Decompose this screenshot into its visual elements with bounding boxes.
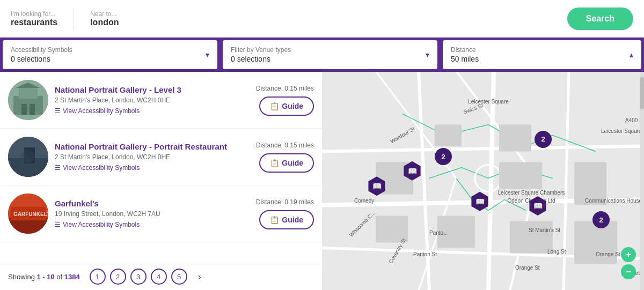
result-address-1: 2 St Martin's Place, London, WC2H 0HE <box>55 96 250 104</box>
accessibility-filter[interactable]: Accessibility Symbols 0 selections ▾ <box>3 40 217 69</box>
result-image-2 <box>8 137 48 177</box>
result-right-1: Distance: 0.15 miles 📋 Guide <box>256 85 314 116</box>
guide-icon-1: 📋 <box>270 102 279 110</box>
marker-book-icon-4: 📖 <box>533 202 543 210</box>
result-distance-2: Distance: 0.15 miles <box>256 142 314 149</box>
search-button[interactable]: Search <box>567 8 633 30</box>
svg-text:Leicester Square: Leicester Square <box>468 99 509 105</box>
svg-rect-34 <box>574 221 617 264</box>
svg-rect-26 <box>435 125 462 146</box>
svg-text:Panton St: Panton St <box>413 251 437 257</box>
result-image-3: GARFUNKEL'S <box>8 194 48 234</box>
list-icon-1: ☰ <box>55 107 61 115</box>
svg-rect-32 <box>510 221 553 254</box>
svg-text:Communications House: Communications House <box>585 198 642 204</box>
result-info-2: National Portrait Gallery - Portrait Res… <box>55 142 250 172</box>
accessibility-link-2[interactable]: ☰ View Accessibility Symbols <box>55 164 250 172</box>
result-distance-1: Distance: 0.15 miles <box>256 85 314 92</box>
svg-text:A400: A400 <box>625 117 638 123</box>
distance-filter[interactable]: Distance 50 miles ▴ <box>443 40 641 69</box>
distance-filter-label: Distance <box>451 46 479 54</box>
result-image-1 <box>8 80 48 120</box>
accessibility-filter-content: Accessibility Symbols 0 selections <box>11 46 72 63</box>
table-row: GARFUNKEL'S Garfunkel's 19 Irving Street… <box>0 185 322 242</box>
distance-filter-value: 50 miles <box>451 55 479 63</box>
result-name-1: National Portrait Gallery - Level 3 <box>55 85 250 94</box>
map-cluster-2[interactable]: 2 <box>535 131 552 148</box>
cluster-count-3: 2 <box>599 216 603 224</box>
near-to-label: Near to... <box>90 10 119 18</box>
page-button-5[interactable]: 5 <box>171 269 187 285</box>
result-info-3: Garfunkel's 19 Irving Street, London, WC… <box>55 199 250 228</box>
svg-text:Orange St: Orange St <box>596 251 620 257</box>
chevron-down-icon-venue: ▾ <box>426 50 429 59</box>
guide-icon-3: 📋 <box>270 215 279 224</box>
guide-button-2[interactable]: 📋 Guide <box>259 153 314 173</box>
marker-book-icon-1: 📖 <box>372 182 382 190</box>
scrollbar-thumb <box>640 77 644 109</box>
marker-book-icon-2: 📖 <box>408 167 417 175</box>
svg-text:Leicester Square: Leicester Square <box>601 128 642 134</box>
near-to-value: london <box>90 18 119 27</box>
distance-filter-content: Distance 50 miles <box>451 46 479 63</box>
chevron-down-icon: ▾ <box>206 50 209 59</box>
map-scrollbar <box>640 72 644 290</box>
filter-bar: Accessibility Symbols 0 selections ▾ Fil… <box>0 38 644 72</box>
page-button-2[interactable]: 2 <box>110 269 126 285</box>
looking-for-field[interactable]: I'm looking for... restaurants <box>11 10 57 27</box>
accessibility-filter-label: Accessibility Symbols <box>11 46 72 54</box>
page-button-4[interactable]: 4 <box>151 269 167 285</box>
results-list: National Portrait Gallery - Level 3 2 St… <box>0 72 322 263</box>
accessibility-link-text-1: View Accessibility Symbols <box>63 107 140 115</box>
svg-rect-3 <box>21 104 27 115</box>
table-row: National Portrait Gallery - Level 3 2 St… <box>0 72 322 129</box>
marker-book-icon-3: 📖 <box>475 197 485 206</box>
page-button-1[interactable]: 1 <box>90 269 106 285</box>
near-to-field[interactable]: Near to... london <box>90 10 119 27</box>
page-button-3[interactable]: 3 <box>130 269 147 285</box>
svg-text:Comedy: Comedy <box>354 198 374 204</box>
svg-text:GARFUNKEL'S: GARFUNKEL'S <box>13 211 48 217</box>
zoom-in-button[interactable]: + <box>621 247 636 262</box>
result-right-2: Distance: 0.15 miles 📋 Guide <box>256 142 314 173</box>
guide-icon-2: 📋 <box>270 159 279 167</box>
svg-text:St Martin's St: St Martin's St <box>529 227 560 233</box>
svg-text:Panto...: Panto... <box>429 230 448 236</box>
svg-point-9 <box>21 150 34 163</box>
zoom-out-button[interactable]: − <box>621 264 636 279</box>
list-icon-2: ☰ <box>55 164 61 172</box>
pagination-info: Showing 1 - 10 of 1384 <box>8 273 80 281</box>
venue-type-filter[interactable]: Filter by Venue types 0 selections ▾ <box>223 40 437 69</box>
next-page-button[interactable]: › <box>192 269 208 285</box>
accessibility-link-1[interactable]: ☰ View Accessibility Symbols <box>55 107 250 115</box>
map-panel[interactable]: Leicester Square Leicester Square Chambe… <box>322 72 644 290</box>
accessibility-link-text-2: View Accessibility Symbols <box>63 164 140 172</box>
svg-text:Leicester Square Chambers: Leicester Square Chambers <box>498 190 565 196</box>
main-content: National Portrait Gallery - Level 3 2 St… <box>0 72 644 290</box>
looking-for-label: I'm looking for... <box>11 10 57 18</box>
cluster-count-2: 2 <box>541 135 545 143</box>
result-address-2: 2 St Martin's Place, London, WC2H 0HE <box>55 153 250 161</box>
result-right-3: Distance: 0.19 miles 📋 Guide <box>256 198 314 229</box>
result-address-3: 19 Irving Street, London, WC2H 7AU <box>55 210 250 218</box>
pagination-total: 1384 <box>64 273 80 281</box>
venue-filter-content: Filter by Venue types 0 selections <box>231 46 291 63</box>
svg-rect-29 <box>499 162 542 189</box>
result-name-2: National Portrait Gallery - Portrait Res… <box>55 142 250 151</box>
map-zoom-controls: + − <box>621 247 636 279</box>
svg-rect-27 <box>499 125 531 152</box>
svg-text:Long St: Long St <box>547 249 566 255</box>
header: I'm looking for... restaurants Near to..… <box>0 0 644 38</box>
result-info-1: National Portrait Gallery - Level 3 2 St… <box>55 85 250 115</box>
looking-for-value: restaurants <box>11 18 57 27</box>
chevron-up-icon: ▴ <box>630 50 633 59</box>
guide-button-1[interactable]: 📋 Guide <box>259 96 314 116</box>
svg-rect-1 <box>13 96 43 115</box>
accessibility-link-text-3: View Accessibility Symbols <box>63 221 140 228</box>
venue-filter-value: 0 selections <box>231 55 291 63</box>
guide-button-3[interactable]: 📋 Guide <box>259 210 314 229</box>
svg-rect-4 <box>30 104 35 115</box>
accessibility-link-3[interactable]: ☰ View Accessibility Symbols <box>55 221 250 228</box>
table-row: National Portrait Gallery - Portrait Res… <box>0 129 322 185</box>
accessibility-filter-value: 0 selections <box>11 55 72 63</box>
